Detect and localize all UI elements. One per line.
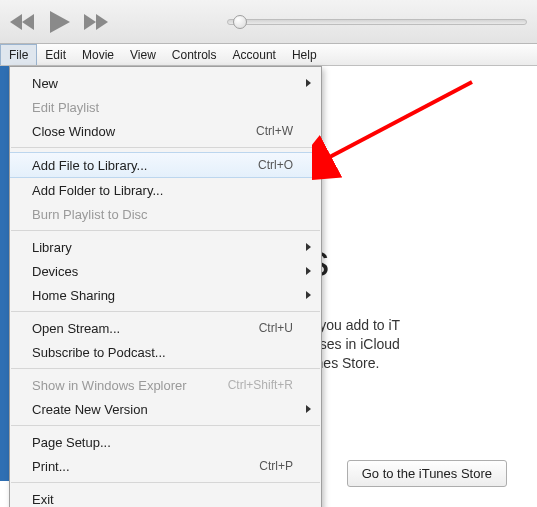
menu-item-label: New [32, 76, 58, 91]
menu-item-add-folder-to-library[interactable]: Add Folder to Library... [10, 178, 321, 202]
menu-shortcut: Ctrl+Shift+R [228, 378, 293, 392]
menu-separator [11, 425, 320, 426]
menu-shortcut: Ctrl+W [256, 124, 293, 138]
menu-item-burn-playlist-to-disc: Burn Playlist to Disc [10, 202, 321, 226]
player-toolbar [0, 0, 537, 44]
menu-item-create-new-version[interactable]: Create New Version [10, 397, 321, 421]
chevron-right-icon [306, 243, 311, 251]
menu-separator [11, 482, 320, 483]
menu-movie[interactable]: Movie [74, 44, 122, 65]
menu-item-label: Add Folder to Library... [32, 183, 163, 198]
menu-item-label: Devices [32, 264, 78, 279]
prev-icon[interactable] [10, 14, 36, 30]
playback-controls [10, 11, 110, 33]
go-to-store-button[interactable]: Go to the iTunes Store [347, 460, 507, 487]
menu-separator [11, 147, 320, 148]
menu-item-label: Edit Playlist [32, 100, 99, 115]
svg-marker-4 [96, 14, 108, 30]
menu-item-open-stream[interactable]: Open Stream...Ctrl+U [10, 316, 321, 340]
menu-item-label: Close Window [32, 124, 115, 139]
menu-item-new[interactable]: New [10, 71, 321, 95]
play-icon[interactable] [50, 11, 70, 33]
menu-item-exit[interactable]: Exit [10, 487, 321, 507]
svg-marker-0 [10, 14, 22, 30]
menubar: FileEditMovieViewControlsAccountHelp [0, 44, 537, 66]
menu-item-close-window[interactable]: Close WindowCtrl+W [10, 119, 321, 143]
menu-separator [11, 311, 320, 312]
menu-file[interactable]: File [0, 44, 37, 65]
chevron-right-icon [306, 267, 311, 275]
menu-shortcut: Ctrl+P [259, 459, 293, 473]
menu-item-label: Burn Playlist to Disc [32, 207, 148, 222]
progress-bar[interactable] [227, 19, 527, 25]
menu-item-devices[interactable]: Devices [10, 259, 321, 283]
menu-item-label: Page Setup... [32, 435, 111, 450]
next-icon[interactable] [84, 14, 110, 30]
menu-item-label: Add File to Library... [32, 158, 147, 173]
menu-item-label: Subscribe to Podcast... [32, 345, 166, 360]
menu-item-label: Print... [32, 459, 70, 474]
menu-item-home-sharing[interactable]: Home Sharing [10, 283, 321, 307]
menu-item-label: Exit [32, 492, 54, 507]
file-menu-dropdown: NewEdit PlaylistClose WindowCtrl+WAdd Fi… [9, 66, 322, 507]
menu-item-subscribe-to-podcast[interactable]: Subscribe to Podcast... [10, 340, 321, 364]
menu-separator [11, 368, 320, 369]
menu-item-label: Show in Windows Explorer [32, 378, 187, 393]
svg-marker-2 [50, 11, 70, 33]
menu-item-label: Home Sharing [32, 288, 115, 303]
menu-shortcut: Ctrl+U [259, 321, 293, 335]
menu-item-add-file-to-library[interactable]: Add File to Library...Ctrl+O [10, 152, 321, 178]
menu-separator [11, 230, 320, 231]
menu-item-show-in-windows-explorer: Show in Windows ExplorerCtrl+Shift+R [10, 373, 321, 397]
menu-item-label: Create New Version [32, 402, 148, 417]
chevron-right-icon [306, 79, 311, 87]
svg-marker-3 [84, 14, 96, 30]
menu-item-print[interactable]: Print...Ctrl+P [10, 454, 321, 478]
sidebar-selection-strip [0, 66, 9, 481]
menu-item-library[interactable]: Library [10, 235, 321, 259]
svg-marker-1 [22, 14, 34, 30]
menu-account[interactable]: Account [225, 44, 284, 65]
menu-help[interactable]: Help [284, 44, 325, 65]
chevron-right-icon [306, 291, 311, 299]
menu-item-label: Library [32, 240, 72, 255]
menu-item-page-setup[interactable]: Page Setup... [10, 430, 321, 454]
menu-item-edit-playlist: Edit Playlist [10, 95, 321, 119]
menu-shortcut: Ctrl+O [258, 158, 293, 172]
menu-view[interactable]: View [122, 44, 164, 65]
menu-controls[interactable]: Controls [164, 44, 225, 65]
menu-edit[interactable]: Edit [37, 44, 74, 65]
progress-knob[interactable] [233, 15, 247, 29]
chevron-right-icon [306, 405, 311, 413]
menu-item-label: Open Stream... [32, 321, 120, 336]
